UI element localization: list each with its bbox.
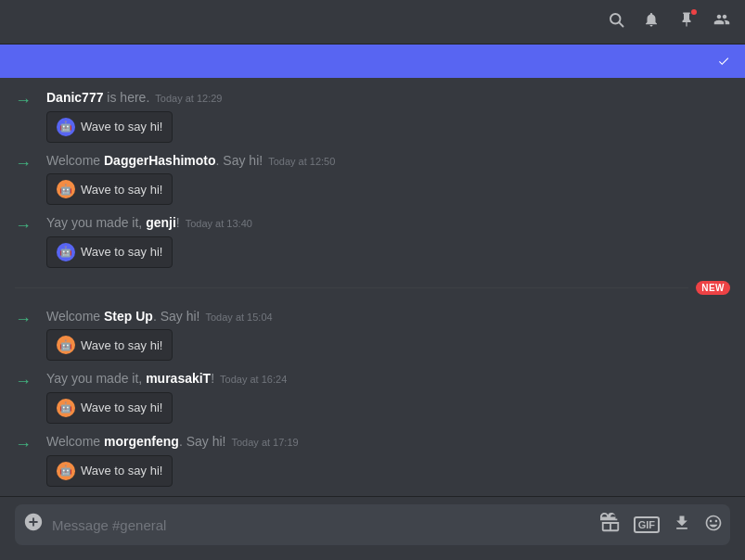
gift-icon[interactable]: [600, 513, 621, 537]
bot-avatar: 🤖: [57, 243, 75, 261]
system-text: Welcome morgenfeng. Say hi!Today at 17:1…: [46, 433, 730, 452]
notification-bell-icon[interactable]: [643, 11, 660, 32]
system-arrow-icon: →: [15, 310, 32, 329]
wave-button[interactable]: 🤖 Wave to say hi!: [46, 455, 173, 487]
messages-area: → Danic777 is here.Today at 12:29 🤖 Wave…: [0, 78, 745, 496]
add-attachment-button[interactable]: [22, 512, 45, 538]
system-content: Welcome Step Up. Say hi!Today at 15:04 🤖…: [46, 308, 730, 362]
new-badge: NEW: [696, 281, 730, 295]
header-icons: [608, 11, 730, 32]
mentioned-username: murasakiT: [146, 371, 211, 386]
message-timestamp: Today at 15:04: [205, 312, 272, 323]
mentioned-username: Danic777: [46, 90, 103, 105]
system-message: → Danic777 is here.Today at 12:29 🤖 Wave…: [0, 85, 745, 146]
pin-icon[interactable]: [678, 11, 695, 32]
bot-avatar: 🤖: [57, 462, 75, 480]
system-content: Welcome DaggerHashimoto. Say hi!Today at…: [46, 152, 730, 206]
system-content: Welcome morgenfeng. Say hi!Today at 17:1…: [46, 433, 730, 487]
message-timestamp: Today at 16:24: [220, 374, 287, 385]
system-message: → Yay you made it, genji!Today at 13:40 …: [0, 210, 745, 272]
emoji-picker-icon[interactable]: [704, 514, 723, 536]
system-message: → Yay you made it, murasakiT!Today at 16…: [0, 366, 745, 427]
wave-button-label: Wave to say hi!: [81, 183, 162, 197]
new-messages-banner: [0, 45, 745, 78]
wave-button-label: Wave to say hi!: [81, 245, 162, 259]
new-messages-divider: NEW: [0, 277, 745, 299]
input-area: GIF: [0, 496, 745, 560]
wave-button[interactable]: 🤖 Wave to say hi!: [46, 329, 173, 361]
system-arrow-icon: →: [15, 154, 32, 173]
bot-avatar: 🤖: [57, 180, 75, 198]
message-timestamp: Today at 17:19: [231, 437, 298, 448]
members-icon[interactable]: [713, 11, 730, 32]
system-arrow-icon: →: [15, 435, 32, 454]
system-content: Yay you made it, genji!Today at 13:40 🤖 …: [46, 214, 730, 268]
wave-button[interactable]: 🤖 Wave to say hi!: [46, 111, 173, 143]
system-text: Welcome DaggerHashimoto. Say hi!Today at…: [46, 152, 730, 171]
search-icon[interactable]: [608, 11, 624, 32]
mentioned-username: Step Up: [104, 309, 153, 324]
gif-button[interactable]: GIF: [634, 516, 660, 533]
wave-button-label: Wave to say hi!: [81, 120, 162, 134]
message-timestamp: Today at 12:29: [155, 93, 222, 104]
system-text: Danic777 is here.Today at 12:29: [46, 89, 730, 108]
input-action-icons: GIF: [600, 513, 723, 537]
wave-button-label: Wave to say hi!: [81, 338, 162, 352]
system-message: → Welcome Step Up. Say hi!Today at 15:04…: [0, 304, 745, 365]
system-content: Yay you made it, murasakiT!Today at 16:2…: [46, 370, 730, 424]
system-text: Yay you made it, murasakiT!Today at 16:2…: [46, 370, 730, 388]
message-input[interactable]: [52, 517, 600, 533]
wave-button-label: Wave to say hi!: [81, 464, 162, 477]
bot-avatar: 🤖: [57, 399, 75, 417]
system-content: Danic777 is here.Today at 12:29 🤖 Wave t…: [46, 89, 730, 143]
system-arrow-icon: →: [15, 91, 32, 110]
wave-button-label: Wave to say hi!: [81, 401, 162, 414]
system-arrow-icon: →: [15, 372, 32, 391]
system-text: Welcome Step Up. Say hi!Today at 15:04: [46, 308, 730, 326]
message-timestamp: Today at 13:40: [186, 218, 252, 229]
message-input-wrapper: GIF: [15, 504, 730, 545]
wave-button[interactable]: 🤖 Wave to say hi!: [46, 173, 173, 205]
wave-button[interactable]: 🤖 Wave to say hi!: [46, 236, 173, 268]
bot-avatar: 🤖: [57, 336, 75, 354]
wave-button[interactable]: 🤖 Wave to say hi!: [46, 392, 173, 424]
bot-avatar: 🤖: [57, 118, 75, 136]
system-arrow-icon: →: [15, 216, 32, 235]
channel-header: [0, 0, 745, 45]
system-message: → Welcome morgenfeng. Say hi!Today at 17…: [0, 429, 745, 490]
mentioned-username: DaggerHashimoto: [104, 153, 216, 168]
upload-icon[interactable]: [673, 514, 691, 536]
divider-line: [15, 287, 688, 288]
svg-line-1: [619, 22, 623, 26]
mark-as-read-button[interactable]: [712, 55, 730, 68]
mentioned-username: morgenfeng: [104, 434, 179, 449]
message-timestamp: Today at 12:50: [268, 156, 335, 167]
mentioned-username: genji: [146, 215, 176, 230]
system-message: → Welcome DaggerHashimoto. Say hi!Today …: [0, 148, 745, 210]
system-text: Yay you made it, genji!Today at 13:40: [46, 214, 730, 233]
